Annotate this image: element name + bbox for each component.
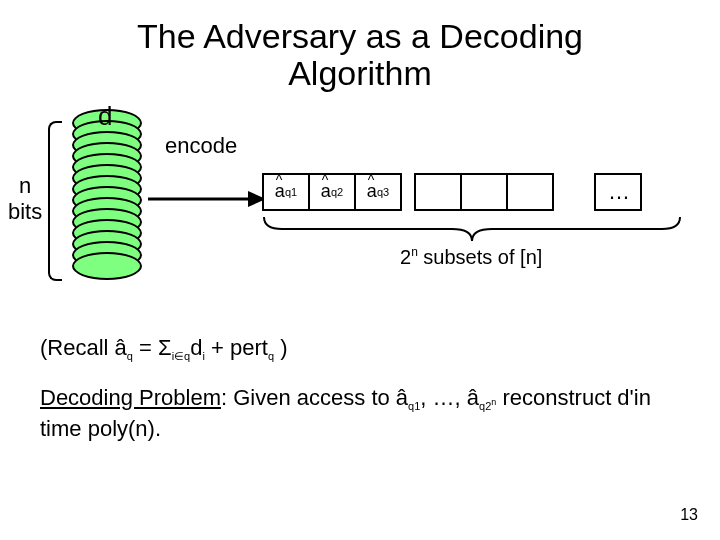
n-label: n: [19, 173, 31, 198]
cell-aq2: ^aq2: [308, 173, 356, 211]
recall-line: (Recall âq = Σi∈qdi + pertq ): [40, 333, 680, 365]
subsets-n: n: [411, 245, 418, 259]
subsets-2: 2: [400, 245, 411, 267]
decoding-comma: , …,: [420, 385, 466, 410]
subsets-label: 2n subsets of [n]: [400, 245, 542, 269]
page-number: 13: [680, 506, 698, 524]
left-brace: [48, 121, 62, 281]
subsets-text: subsets of [n]: [418, 245, 543, 267]
decoding-q1: q1: [408, 400, 420, 412]
cell-empty-2: [460, 173, 508, 211]
codeword-cells: ^aq1 ^aq2 ^aq3: [262, 173, 640, 211]
decoding-q2: q2: [479, 400, 491, 412]
recall-open: (Recall: [40, 335, 115, 360]
recall-ieq: i∈q: [172, 350, 191, 362]
title-line-1: The Adversary as a Decoding: [137, 17, 583, 55]
underbrace-icon: [262, 215, 682, 245]
n-bits-label: n bits: [8, 173, 42, 226]
decoding-a1: â: [396, 385, 408, 410]
recall-eq: =: [133, 335, 158, 360]
decoding-text1: : Given access to: [221, 385, 396, 410]
bits-label: bits: [8, 199, 42, 224]
cell-empty-3: [506, 173, 554, 211]
encode-label: encode: [165, 133, 237, 159]
cell-aq1: ^aq1: [262, 173, 310, 211]
decoding-a2: â: [467, 385, 479, 410]
recall-close: ): [274, 335, 287, 360]
decoding-d: d': [617, 385, 633, 410]
decoding-text2: reconstruct: [496, 385, 617, 410]
recall-plus: + pert: [205, 335, 268, 360]
cell-aq3: ^aq3: [354, 173, 402, 211]
ellipsis-cells: …: [608, 179, 633, 205]
encode-arrow-icon: [148, 187, 268, 217]
title-line-2: Algorithm: [288, 54, 432, 92]
recall-ahat: â: [115, 335, 127, 360]
cell2-sub: q2: [331, 186, 343, 198]
decoding-label: Decoding Problem: [40, 385, 221, 410]
cell-empty-1: [414, 173, 462, 211]
cell1-sub: q1: [285, 186, 297, 198]
cell3-sub: q3: [377, 186, 389, 198]
recall-sigma: Σ: [158, 335, 172, 360]
database-stack-icon: [72, 109, 142, 289]
d-label: d: [98, 101, 112, 132]
diagram-area: n bits d encode ^aq1 ^aq2 ^aq3: [0, 103, 720, 323]
recall-di: d: [190, 335, 202, 360]
decoding-problem: Decoding Problem: Given access to âq1, ……: [40, 383, 680, 446]
slide-title: The Adversary as a Decoding Algorithm: [0, 18, 720, 93]
